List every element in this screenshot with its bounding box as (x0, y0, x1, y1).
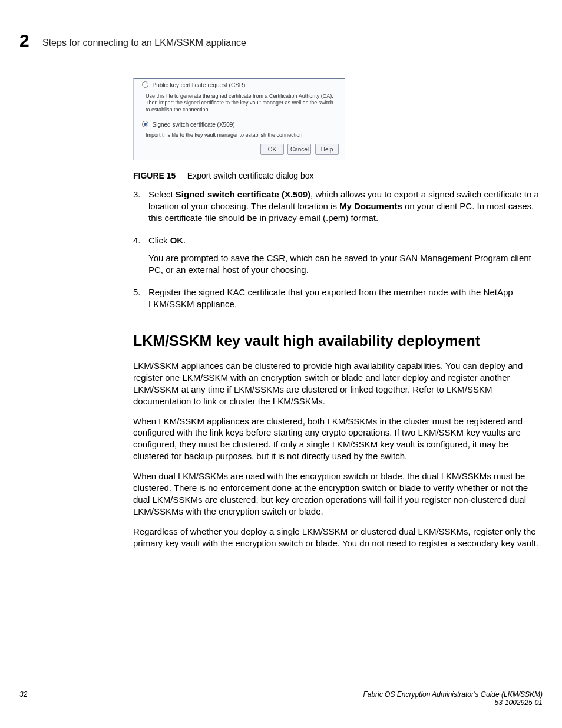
radio-x509[interactable] (142, 121, 148, 127)
running-head: Steps for connecting to an LKM/SSKM appl… (42, 38, 246, 48)
body-paragraph: When LKM/SSKM appliances are clustered, … (133, 416, 542, 463)
radio-csr-desc: Use this file to generate the signed cer… (134, 91, 345, 115)
chapter-number: 2 (19, 31, 29, 51)
radio-x509-desc: Import this file to the key vault manage… (134, 130, 345, 140)
step-4-followup: You are prompted to save the CSR, which … (148, 252, 542, 276)
help-button[interactable]: Help (315, 144, 339, 155)
step-number: 3. (133, 189, 148, 230)
cancel-button[interactable]: Cancel (287, 144, 311, 155)
figure-caption: FIGURE 15 Export switch certificate dial… (133, 171, 314, 180)
figure-title: Export switch certificate dialog box (187, 171, 314, 180)
figure-number: FIGURE 15 (133, 171, 176, 180)
radio-x509-label: Signed switch certificate (X509) (153, 121, 235, 128)
radio-csr-label: Public key certificate request (CSR) (153, 82, 246, 88)
dialog-button-bar: OK Cancel Help (134, 140, 345, 160)
step-5: 5. Register the signed KAC certificate t… (133, 286, 542, 316)
body-paragraph: When dual LKM/SSKMs are used with the en… (133, 470, 542, 518)
section-heading: LKM/SSKM key vault high availability dep… (133, 331, 542, 351)
export-cert-dialog: Public key certificate request (CSR) Use… (133, 78, 345, 160)
step-3-text: Select Signed switch certificate (X.509)… (148, 189, 542, 224)
footer-title: Fabric OS Encryption Administrator's Gui… (363, 690, 543, 699)
step-number: 4. (133, 235, 148, 282)
step-number: 5. (133, 286, 148, 316)
ok-button[interactable]: OK (260, 144, 284, 155)
body-paragraph: LKM/SSKM appliances can be clustered to … (133, 360, 542, 407)
header-rule (19, 52, 543, 52)
step-4-text: Click OK. (148, 235, 542, 246)
footer-docnum: 53-1002925-01 (363, 699, 543, 707)
page-number: 32 (19, 690, 27, 707)
body-paragraph: Regardless of whether you deploy a singl… (133, 526, 542, 549)
page-footer: 32 Fabric OS Encryption Administrator's … (19, 690, 543, 707)
step-4: 4. Click OK. You are prompted to save th… (133, 235, 542, 282)
radio-csr[interactable] (142, 81, 148, 88)
step-5-text: Register the signed KAC certificate that… (148, 286, 542, 310)
step-3: 3. Select Signed switch certificate (X.5… (133, 189, 542, 230)
